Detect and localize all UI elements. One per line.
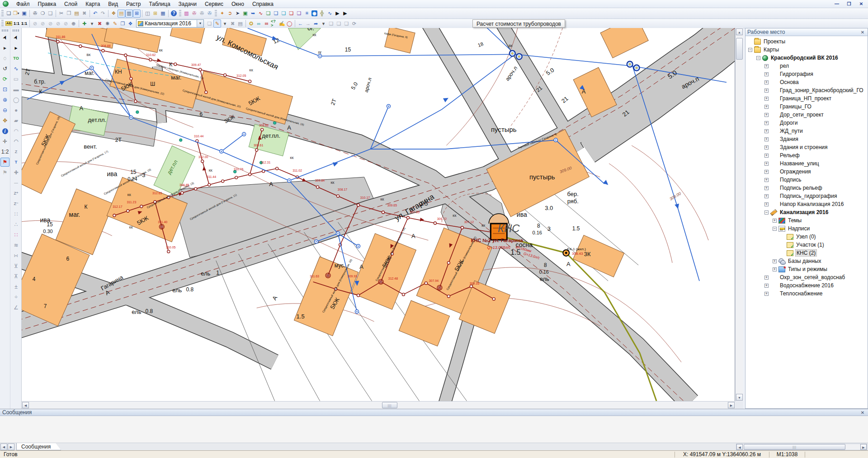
expander-icon[interactable]: + xyxy=(764,194,769,198)
add-dd-button[interactable]: ▾ xyxy=(88,19,96,28)
menu-сервис[interactable]: Сервис xyxy=(201,0,227,8)
grid-dots-tool[interactable]: ∷ xyxy=(12,210,21,219)
scroll-right-icon[interactable]: ▶ xyxy=(860,444,867,450)
tree-item-краснобродский-вк-2016[interactable]: −Краснобродский ВК 2016 xyxy=(745,54,868,62)
tree-item-здания[interactable]: +Здания xyxy=(745,135,868,143)
menu-справка[interactable]: Справка xyxy=(248,0,278,8)
expander-icon[interactable]: − xyxy=(748,48,752,52)
menu-окно[interactable]: Окно xyxy=(227,0,248,8)
minimize-icon[interactable]: — xyxy=(831,1,842,7)
hot-red-button[interactable]: ◯ xyxy=(286,19,293,28)
layer-list-button[interactable]: ▤ xyxy=(118,9,125,18)
tree-item-охр-зон-сетей-водоснаб[interactable]: +Охр_зон_сетей_водоснаб xyxy=(745,273,868,281)
keys-button[interactable]: ✪ xyxy=(247,19,255,28)
net-route-button[interactable]: ➲ xyxy=(226,9,234,18)
active-layer-combo[interactable]: Канализация 2016▼ xyxy=(136,19,204,28)
tree-item-базы-данных[interactable]: +Базы данных xyxy=(745,257,868,265)
scroll-right-icon[interactable]: ▶ xyxy=(728,402,735,408)
del-object-button[interactable]: ✖ xyxy=(96,19,104,28)
tree-item-гидрография[interactable]: +Гидрография xyxy=(745,70,868,78)
tree-item-здания-и-строения[interactable]: +Здания и строения xyxy=(745,143,868,151)
net-plug-button[interactable]: ➤ xyxy=(234,9,241,18)
rect-filled-tool[interactable]: ▬ xyxy=(12,85,21,94)
zoom-plus-button[interactable]: ⊕ xyxy=(70,19,77,28)
mini-map-button[interactable]: ❖ xyxy=(127,19,134,28)
expander-icon[interactable]: + xyxy=(764,276,769,280)
doc-edit-button[interactable]: ✍ xyxy=(278,19,286,28)
tree-item-рельеф[interactable]: +Рельеф xyxy=(745,151,868,159)
select-rect-tool[interactable]: ▸ xyxy=(0,43,9,52)
net-chart-button[interactable]: ∿ xyxy=(326,9,334,18)
expander-icon[interactable]: + xyxy=(764,97,769,101)
net-doc-1-button[interactable]: ❏ xyxy=(264,9,272,18)
tab-messages[interactable]: Сообщения xyxy=(16,443,61,450)
scale-123-tool[interactable]: 1:2 xyxy=(0,147,9,156)
doc-2-button[interactable]: ❏ xyxy=(335,19,343,28)
symbol-z-tool[interactable]: Z xyxy=(12,147,21,156)
scale-1-1-button[interactable]: 1:1 xyxy=(13,19,20,28)
tree-item-жд-пути[interactable]: +ЖД_пути xyxy=(745,127,868,135)
net-tools-button[interactable]: ✦ xyxy=(218,9,226,18)
nav-back-button[interactable]: ← xyxy=(297,19,304,28)
expander-icon[interactable]: − xyxy=(756,56,760,60)
layer-add-button[interactable]: ⊞ xyxy=(133,9,141,18)
close-icon[interactable]: ✕ xyxy=(859,30,866,35)
text-symbol-tool[interactable]: ТО xyxy=(12,54,21,63)
expander-icon[interactable]: + xyxy=(764,145,769,150)
open-file-button[interactable]: ❒▼ xyxy=(13,9,20,18)
map-canvas[interactable]: ул. Комсомольскаяул. ГагаринаКНСКНС №2 у… xyxy=(22,28,735,401)
undo-button[interactable]: ↶ xyxy=(91,9,99,18)
layer-new-button[interactable]: ⊞ xyxy=(151,9,159,18)
rect-tool[interactable]: ▭ xyxy=(12,75,21,84)
save-button[interactable]: ▣ xyxy=(20,9,28,18)
expander-icon[interactable]: + xyxy=(764,162,769,166)
gear-button[interactable]: ✺ xyxy=(104,19,111,28)
scroll-down-icon[interactable]: ▼ xyxy=(736,394,743,401)
scroll-left-icon[interactable]: ◀ xyxy=(22,402,29,408)
ellipse-tool[interactable]: ◯ xyxy=(12,95,21,104)
node-del-tool[interactable]: ─ xyxy=(12,178,21,187)
merge-tool[interactable]: ⊻ xyxy=(12,262,21,271)
flag-gray-tool[interactable]: ⚑ xyxy=(0,168,9,177)
tree-item-кнс-2-[interactable]: КНС (2) xyxy=(745,249,868,257)
select-lasso-tool[interactable]: ↺ xyxy=(0,64,9,73)
goto-xy-tool[interactable]: ✛ xyxy=(0,137,9,146)
link-tool[interactable]: ≋ xyxy=(12,241,21,250)
maximize-icon[interactable]: ❐ xyxy=(844,1,854,7)
expander-icon[interactable]: + xyxy=(764,113,769,117)
tree-item-рел[interactable]: +рел xyxy=(745,62,868,70)
topology-nodes-tool[interactable]: ∷ xyxy=(12,230,21,239)
net-doc-3-button[interactable]: ❏ xyxy=(280,9,288,18)
node-add-tool[interactable]: ✚ xyxy=(12,168,21,177)
unlink-tool[interactable]: ∺ xyxy=(12,251,21,260)
tree-item-основа[interactable]: +Основа xyxy=(745,78,868,86)
save-edit-button[interactable]: ▤ xyxy=(236,19,244,28)
tab-scroll-right-icon[interactable]: ▶ xyxy=(8,444,14,450)
expander-icon[interactable]: + xyxy=(764,121,769,125)
table-view-button[interactable]: ▦ xyxy=(159,9,167,18)
tab-scroll-left-icon[interactable]: ◀ xyxy=(0,444,7,450)
symbol-z-plus-tool[interactable]: Z⁺ xyxy=(12,189,21,198)
tree-item-границы-го[interactable]: +Границы_ГО xyxy=(745,103,868,111)
tree-item-подпись-гидрография[interactable]: +Подпись_гидрография xyxy=(745,192,868,200)
tree-item-подпись[interactable]: +Подпись xyxy=(745,176,868,184)
tree-item-узел-0-[interactable]: Узел (0) xyxy=(745,233,868,241)
expander-icon[interactable]: + xyxy=(764,154,769,158)
copy-button[interactable]: ❒ xyxy=(65,9,73,18)
expander-icon[interactable]: + xyxy=(764,202,769,206)
expander-icon[interactable]: + xyxy=(764,170,769,174)
v-scroll-thumb[interactable] xyxy=(736,38,743,60)
binoculars-button[interactable]: ∞ xyxy=(255,19,263,28)
label-ab-button[interactable]: АБ xyxy=(5,19,13,28)
menu-задачи[interactable]: Задачи xyxy=(175,0,201,8)
snap-move-tool[interactable]: ∴ xyxy=(12,220,21,229)
expander-icon[interactable]: + xyxy=(773,219,777,223)
symbol-z-minus-tool[interactable]: Z⁻ xyxy=(12,199,21,208)
expander-icon[interactable]: − xyxy=(764,210,769,215)
expander-icon[interactable]: + xyxy=(773,267,777,271)
tree-item-дор-сети-проект[interactable]: +Дор_сети_проект xyxy=(745,111,868,119)
tree-item-проекты[interactable]: Проекты xyxy=(745,37,868,46)
polygon-tool[interactable]: ▰ xyxy=(12,116,21,125)
zoom-out-tool[interactable]: ⊖ xyxy=(0,106,9,115)
print-preview-button[interactable]: ❍ xyxy=(39,9,47,18)
